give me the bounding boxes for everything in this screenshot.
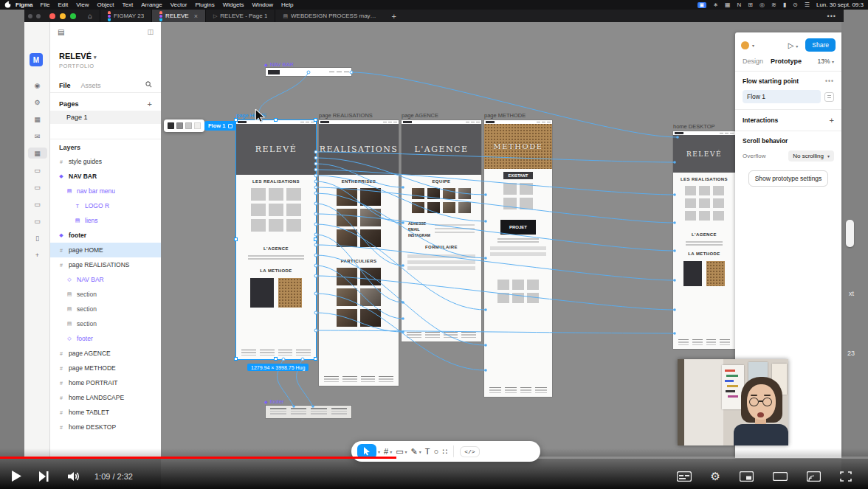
menubar-menu-vector[interactable]: Vector [170, 1, 187, 8]
canvas-frame-home-desktop[interactable]: home DESKTOPRELEVÉLES REALISATIONSL'AGEN… [673, 131, 735, 349]
file-tab-3[interactable]: ▤WEBDESIGN PROCESS mayssager [275, 10, 385, 22]
background-scrollbar[interactable] [846, 220, 854, 247]
selection-handle[interactable] [314, 118, 317, 122]
tab-prototype[interactable]: Prototype [771, 58, 802, 65]
minimize-window-button[interactable] [60, 13, 66, 19]
layer-item[interactable]: ▤section [50, 287, 161, 302]
present-button[interactable]: ▷ ▾ [788, 41, 798, 49]
color-swatch[interactable] [176, 122, 183, 129]
miniplayer-button[interactable] [740, 471, 754, 482]
file-tab-0[interactable]: FIGMAY 23 [100, 10, 151, 22]
zoom-window-button[interactable] [70, 13, 76, 19]
theater-mode-button[interactable] [773, 472, 788, 481]
wifi-icon[interactable]: ≋ [771, 1, 776, 8]
menubar-clock[interactable]: Lun. 30 sept. 09:3 [816, 1, 864, 8]
color-swatch[interactable] [168, 122, 174, 129]
more-options-icon[interactable]: ••• [825, 77, 834, 85]
camera-icon[interactable]: ◎ [760, 1, 765, 8]
profile-icon[interactable]: ◉ [28, 80, 47, 91]
style-swatch-panel[interactable] [164, 119, 204, 132]
frame-name-label[interactable]: page AGENCE [402, 112, 438, 119]
copy-link-icon[interactable] [824, 92, 834, 102]
layer-item[interactable]: #style guides [50, 154, 161, 169]
screen-share-badge-icon[interactable]: ▣ [698, 2, 707, 8]
menubar-menu-text[interactable]: Text [123, 1, 134, 8]
tab-file[interactable]: File [59, 82, 71, 89]
layer-item[interactable]: #page AGENCE [50, 346, 161, 361]
tool-actions[interactable]: ∷ [442, 447, 447, 457]
layer-item[interactable]: ▤section [50, 302, 161, 316]
asterisk-icon[interactable]: ∗ [713, 1, 718, 8]
next-button[interactable] [39, 471, 49, 482]
show-prototype-settings-button[interactable]: Show prototype settings [748, 170, 828, 187]
avatar[interactable]: M [30, 53, 43, 66]
color-swatch[interactable] [194, 122, 201, 129]
folder-icon[interactable]: ▭ [28, 181, 47, 193]
home-tab-icon[interactable]: ⌂ [88, 13, 92, 20]
control-center-icon[interactable]: ☰ [805, 1, 810, 8]
apps-icon[interactable]: ▦ [28, 114, 47, 125]
canvas-frame-page-agence[interactable]: page AGENCEL'AGENCEEQUIPEADRESSEEMAILINS… [402, 120, 481, 341]
search-icon[interactable] [145, 81, 152, 89]
selection-handle[interactable] [274, 118, 278, 122]
layer-item[interactable]: ◆NAV BAR [50, 169, 161, 184]
tool-frame[interactable]: #▾ [384, 447, 392, 456]
layer-item[interactable]: #home TABLET [50, 405, 161, 420]
spotlight-icon[interactable]: ⊙ [793, 1, 798, 8]
fullscreen-button[interactable] [840, 471, 852, 482]
add-page-icon[interactable]: + [148, 100, 152, 108]
flow-name-input[interactable]: Flow 1 [743, 90, 821, 103]
tool-pen[interactable]: ✎▾ [411, 447, 421, 457]
layer-item[interactable]: ▤nav bar menu [50, 184, 161, 198]
layer-item[interactable]: #home DESKTOP [50, 420, 161, 434]
layer-item[interactable]: ▤section [50, 316, 161, 331]
tab-close-icon[interactable]: × [194, 13, 198, 20]
layer-item[interactable]: ▤liens [50, 213, 161, 228]
chat-icon[interactable]: ✉ [28, 131, 47, 142]
menubar-menu-object[interactable]: Object [97, 1, 114, 8]
page-item[interactable]: Page 1 [50, 111, 161, 124]
add-icon[interactable]: + [28, 249, 47, 260]
tool-ellipse[interactable]: ○ [434, 447, 439, 456]
volume-icon[interactable] [68, 471, 81, 482]
tool-shape[interactable]: ▭▾ [396, 447, 407, 457]
collapse-panel-icon[interactable]: ◫ [147, 28, 154, 35]
layer-item[interactable]: ◆footer [50, 228, 161, 243]
play-button[interactable] [12, 471, 21, 482]
tool-text[interactable]: T [425, 447, 430, 456]
add-interaction-icon[interactable]: + [830, 116, 834, 125]
selection-handle[interactable] [314, 237, 317, 241]
overflow-select[interactable]: No scrolling ▾ [788, 150, 834, 162]
collaborator-avatar[interactable] [741, 41, 749, 49]
canvas-frame-page-methode[interactable]: page METHODEMETHODEEXISTANTPROJETCHANGEM… [484, 120, 552, 397]
layer-item[interactable]: #home PORTRAIT [50, 375, 161, 390]
zoom-level[interactable]: 13% ▾ [818, 58, 834, 65]
battery-icon[interactable]: ▮ [783, 1, 786, 8]
tab-design[interactable]: Design [743, 58, 763, 65]
folder-icon[interactable]: ▭ [28, 164, 47, 176]
cast-button[interactable] [807, 471, 821, 482]
menubar-menu-window[interactable]: Window [252, 1, 273, 8]
layer-item[interactable]: TLOGO R [50, 198, 161, 213]
layer-item[interactable]: ◇footer [50, 331, 161, 346]
navbar-component-label[interactable]: ◆ NAV BAR [264, 61, 294, 68]
selection-handle[interactable] [274, 357, 278, 361]
share-button[interactable]: Share [805, 38, 836, 52]
main-menu-icon[interactable]: ▤ [58, 28, 64, 36]
selection-handle[interactable] [234, 237, 238, 241]
canvas-frame-page-realisations[interactable]: page REALISATIONSREALISATIONSENTREPRISES… [319, 120, 399, 386]
file-title[interactable]: RELEVÉ▾ [59, 52, 97, 60]
file-tab-2[interactable]: ▷RELEVE - Page 1 [205, 10, 275, 22]
new-tab-button[interactable]: + [391, 12, 396, 21]
footer-component-label[interactable]: ◆ footer [264, 398, 284, 405]
frame-name-label[interactable]: page REALISATIONS [319, 112, 373, 119]
frame-name-label[interactable]: home DESKTOP [673, 123, 715, 130]
layer-item[interactable]: #home LANDSCAPE [50, 390, 161, 405]
menubar-menu-plugins[interactable]: Plugins [195, 1, 214, 8]
tab-assets[interactable]: Assets [81, 82, 101, 89]
settings-button[interactable]: ⚙ [711, 471, 720, 482]
window-icon[interactable]: ⊞ [748, 1, 753, 8]
apple-menu-icon[interactable] [4, 1, 11, 10]
menubar-app-name[interactable]: Figma [16, 1, 33, 8]
menubar-menu-help[interactable]: Help [281, 1, 293, 8]
